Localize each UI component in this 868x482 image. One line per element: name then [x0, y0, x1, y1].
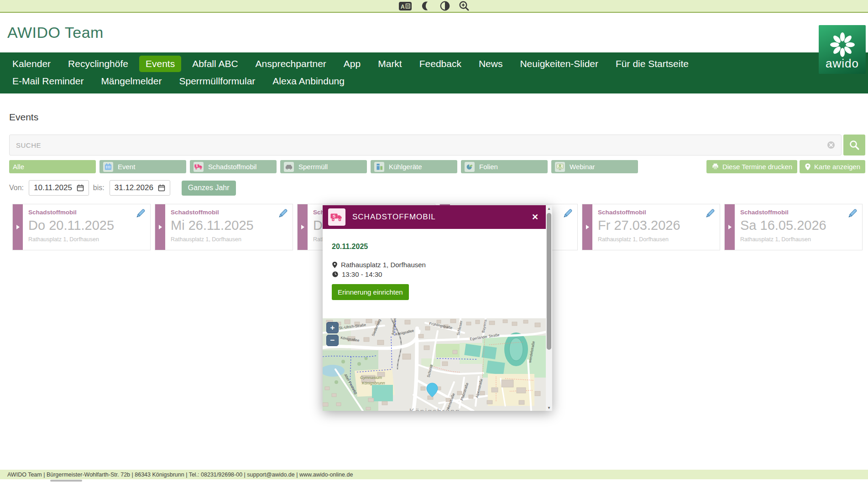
contrast-icon[interactable] [439, 0, 450, 11]
nav-item-alexa-anbindung[interactable]: Alexa Anbindung [266, 73, 351, 89]
nav-item-kalender[interactable]: Kalender [6, 56, 57, 72]
card-expand-handle[interactable] [582, 204, 592, 250]
location-pin-icon [332, 261, 338, 269]
edit-pencil-icon[interactable] [277, 207, 289, 219]
hazmat-truck-icon: S [328, 208, 345, 226]
card-expand-handle[interactable] [155, 204, 165, 250]
scroll-up-icon[interactable]: ▲ [546, 205, 552, 212]
nav-item-sperrmuellformular[interactable]: Sperrmüllformular [173, 73, 261, 89]
nav-item-feedback[interactable]: Feedback [413, 56, 468, 72]
horizontal-scrollbar-thumb[interactable] [50, 480, 82, 482]
card-location: Rathausplatz 1, Dorfhausen [28, 236, 145, 243]
map-town-label: Königsbrunn [409, 408, 460, 411]
nav-item-abfall-abc[interactable]: Abfall ABC [186, 56, 244, 72]
chip-alle[interactable]: Alle [9, 160, 96, 173]
awido-logo: awido [819, 25, 866, 74]
fridge-icon [374, 162, 384, 172]
set-reminder-button[interactable]: Erinnerung einrichten [332, 284, 409, 300]
card-expand-handle[interactable] [298, 204, 308, 250]
clear-search-icon[interactable] [827, 141, 835, 149]
calendar-icon [103, 162, 113, 172]
modal-info: Rathausplatz 1, Dorfhausen 13:30 - 14:30 [332, 261, 537, 278]
close-icon[interactable]: ✕ [530, 212, 540, 222]
edit-pencil-icon[interactable] [562, 207, 574, 219]
nav-item-email-reminder[interactable]: E-Mail Reminder [6, 73, 90, 89]
chip-alle-label: Alle [13, 163, 24, 171]
nav-item-neuigkeiten-slider[interactable]: Neuigkeiten-Slider [513, 56, 605, 72]
map-zoom-out-button[interactable]: − [326, 335, 339, 346]
event-card: Schadstoffmobil Mi 26.11.2025 Rathauspla… [155, 204, 293, 250]
date-from-value: 10.11.2025 [34, 183, 72, 192]
nav-item-events[interactable]: Events [139, 56, 181, 72]
scrollbar-thumb[interactable] [547, 213, 551, 350]
card-body: Schadstoffmobil Do 20.11.2025 Rathauspla… [23, 204, 150, 250]
card-category: Schadstoffmobil [28, 209, 145, 216]
search-input[interactable] [9, 135, 842, 155]
chip-schadstoffmobil[interactable]: S Schadstoffmobil [190, 160, 277, 173]
chip-kuehlgeraete[interactable]: Kühlgeräte [371, 160, 457, 173]
webinar-icon [555, 162, 565, 172]
nav-item-maengelmelder[interactable]: Mängelmelder [94, 73, 168, 89]
modal-location-row: Rathausplatz 1, Dorfhausen [332, 261, 537, 269]
dark-mode-icon[interactable] [420, 0, 431, 11]
card-category: Schadstoffmobil [598, 209, 714, 216]
card-body: Schadstoffmobil Fr 27.03.2026 Rathauspla… [592, 204, 720, 250]
edit-pencil-icon[interactable] [704, 207, 716, 219]
search-button[interactable] [843, 135, 865, 155]
chip-schadstoffmobil-label: Schadstoffmobil [208, 163, 256, 171]
modal-header: S SCHADSTOFFMOBIL ✕ [323, 205, 546, 229]
modal-body: 20.11.2025 Rathausplatz 1, Dorfhausen [323, 229, 546, 300]
chip-webinar[interactable]: Webinar [551, 160, 638, 173]
date-to-input[interactable]: 31.12.2026 [110, 180, 170, 196]
show-map-button[interactable]: Karte anzeigen [800, 160, 865, 173]
edit-pencil-icon[interactable] [847, 207, 858, 219]
map-zoom-in-button[interactable]: + [326, 322, 339, 333]
card-location: Rathausplatz 1, Dorfhausen [171, 236, 287, 243]
date-from-input[interactable]: 10.11.2025 [29, 180, 89, 196]
edit-pencil-icon[interactable] [135, 207, 146, 219]
chip-sperrmuell[interactable]: Sperrmüll [280, 160, 367, 173]
sofa-icon [284, 162, 294, 172]
card-date: Fr 27.03.2026 [598, 218, 714, 233]
modal-time: 13:30 - 14:30 [342, 270, 382, 278]
text-size-icon[interactable]: A [398, 1, 412, 11]
search-icon [849, 140, 860, 150]
header: AWIDO Team [0, 13, 868, 52]
whole-year-button[interactable]: Ganzes Jahr [182, 181, 236, 196]
card-location: Rathausplatz 1, Dorfhausen [740, 236, 857, 243]
nav-item-fuer-die-startseite[interactable]: Für die Startseite [609, 56, 695, 72]
event-detail-modal: S SCHADSTOFFMOBIL ✕ 20.11.2025 Rathauspl… [323, 205, 552, 411]
nav-item-ansprechpartner[interactable]: Ansprechpartner [249, 56, 333, 72]
calendar-picker-icon[interactable] [158, 184, 165, 192]
map-canvas[interactable]: St.-Ulrich-Straße Königsallee Königsalle… [323, 318, 546, 411]
horizontal-scrollbar [0, 479, 868, 482]
nav-item-recyclinghoefe[interactable]: Recyclinghöfe [62, 56, 135, 72]
scroll-down-icon[interactable]: ▼ [546, 404, 552, 411]
filter-actions: Diese Termine drucken Karte anzeigen [706, 160, 865, 173]
chip-folien[interactable]: Folien [461, 160, 548, 173]
nav-item-news[interactable]: News [472, 56, 509, 72]
nav-item-markt[interactable]: Markt [371, 56, 408, 72]
card-date: Sa 16.05.2026 [740, 218, 857, 233]
card-body: Schadstoffmobil Sa 16.05.2026 Rathauspla… [735, 204, 862, 250]
chevron-right-icon [586, 225, 589, 229]
clock-icon [332, 271, 339, 278]
card-expand-handle[interactable] [725, 204, 735, 250]
print-dates-button[interactable]: Diese Termine drucken [706, 160, 797, 173]
event-card: Schadstoffmobil Do 20.11.2025 Rathauspla… [12, 204, 151, 250]
modal-location: Rathausplatz 1, Dorfhausen [341, 261, 426, 269]
map-pin-icon [805, 163, 811, 171]
chip-event[interactable]: Event [99, 160, 186, 173]
card-category: Schadstoffmobil [171, 209, 287, 216]
calendar-picker-icon[interactable] [77, 184, 84, 192]
card-body: Schadstoffmobil Mi 26.11.2025 Rathauspla… [165, 204, 293, 250]
chip-event-label: Event [118, 163, 135, 171]
date-to-value: 31.12.2026 [115, 183, 153, 192]
nav-item-app[interactable]: App [337, 56, 367, 72]
card-expand-handle[interactable] [13, 204, 23, 250]
zoom-in-icon[interactable] [459, 0, 470, 11]
awido-flower-icon [826, 30, 858, 60]
svg-text:A: A [401, 3, 405, 10]
site-title: AWIDO Team [7, 24, 104, 41]
modal-map: + − [323, 318, 546, 411]
